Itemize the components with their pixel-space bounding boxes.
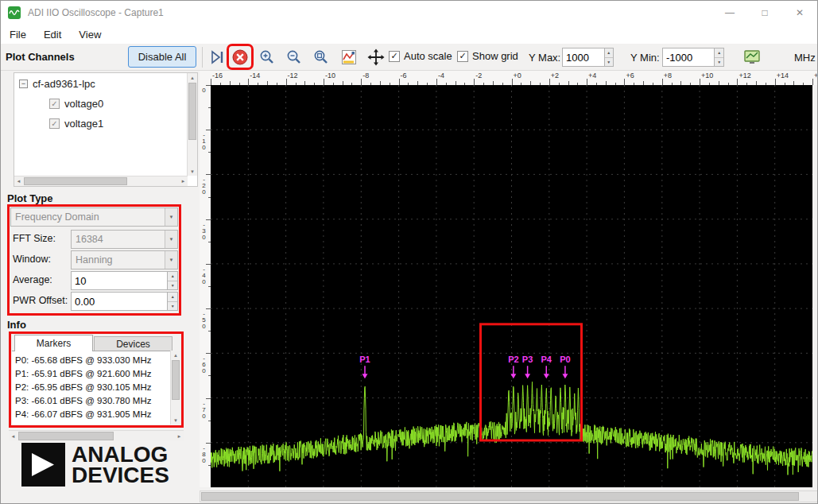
y-max-spin-buttons[interactable]: ▲ ▼	[605, 48, 614, 67]
markers-vertical-scrollbar[interactable]: ▲ ▼	[170, 351, 180, 425]
show-grid-checkbox[interactable]: ✓ Show grid	[457, 50, 518, 62]
minimize-button[interactable]: —	[712, 1, 747, 25]
window-controls: — □ ✕	[712, 1, 817, 25]
y-max-input[interactable]	[562, 48, 605, 67]
average-input[interactable]	[71, 271, 168, 290]
menu-edit[interactable]: Edit	[35, 25, 70, 44]
domain-combo[interactable]: Frequency Domain ▼	[10, 207, 178, 227]
y-min-label: Y Min:	[630, 52, 660, 64]
analog-devices-logo: ANALOG DEVICES	[21, 443, 169, 487]
marker-line: P2: -65.95 dBFS @ 930.105 MHz	[15, 381, 170, 394]
marker-line: P3: -66.01 dBFS @ 930.780 MHz	[15, 394, 170, 408]
spin-up-icon[interactable]: ▲	[605, 48, 613, 58]
tree-vscroll-thumb[interactable]	[188, 83, 196, 140]
scroll-down-icon[interactable]: ▼	[188, 167, 197, 176]
spectrum-svg[interactable]: P1P2P3P4P0	[211, 85, 812, 487]
frequency-unit-label: MHz	[794, 52, 816, 64]
spin-up-icon[interactable]: ▲	[168, 272, 177, 281]
auto-scale-check-icon: ✓	[389, 51, 400, 62]
channel-row-voltage0[interactable]: ✓ voltage0	[49, 98, 103, 110]
spin-up-icon[interactable]: ▲	[168, 293, 177, 302]
y-max-label: Y Max:	[529, 52, 560, 64]
annotation-plot-type-box: Frequency Domain ▼ FFT Size: 16384 ▼ Win…	[7, 204, 181, 316]
voltage1-label: voltage1	[64, 118, 103, 130]
channel-row-voltage1[interactable]: ✓ voltage1	[49, 118, 103, 130]
auto-scale-label: Auto scale	[404, 50, 452, 62]
average-label: Average:	[13, 274, 52, 285]
app-icon	[7, 6, 21, 20]
fft-size-combo[interactable]: 16384 ▼	[71, 230, 178, 249]
tree-vertical-scrollbar[interactable]: ▲ ▼	[187, 73, 197, 176]
tree-device-row[interactable]: − cf-ad9361-lpc	[19, 78, 95, 90]
close-button[interactable]: ✕	[782, 1, 817, 25]
y-min-spin-buttons[interactable]: ▲ ▼	[715, 48, 724, 67]
menu-file[interactable]: File	[1, 25, 35, 44]
svg-text:P3: P3	[522, 355, 533, 364]
tab-markers[interactable]: Markers	[14, 335, 93, 351]
disable-all-button[interactable]: Disable All	[128, 46, 196, 68]
capture-play-button[interactable]	[207, 46, 229, 68]
scroll-up-icon[interactable]: ▲	[171, 351, 180, 359]
menu-bar: File Edit View	[1, 25, 817, 44]
pwr-offset-input[interactable]	[71, 292, 168, 311]
scroll-right-icon[interactable]: ►	[179, 176, 188, 186]
y-axis-ruler: 0-10-20-30-40-50-60-70-80-90	[200, 85, 211, 487]
title-bar[interactable]: ADI IIO Oscilloscope - Capture1 — □ ✕	[1, 1, 817, 25]
svg-text:P4: P4	[541, 355, 552, 364]
scroll-down-icon[interactable]: ▼	[171, 416, 180, 425]
plot-settings-icon	[743, 48, 762, 66]
y-max-spinbox: ▲ ▼	[562, 48, 614, 67]
combo-arrow-icon: ▼	[165, 208, 177, 226]
scroll-left-icon[interactable]: ◄	[14, 176, 23, 186]
zoom-in-button[interactable]	[256, 46, 278, 68]
voltage0-checkbox[interactable]: ✓	[49, 99, 60, 109]
spin-down-icon[interactable]: ▼	[168, 281, 177, 290]
window-combo[interactable]: Hanning ▼	[71, 250, 178, 269]
plot-horizontal-scrollbar[interactable]	[200, 490, 818, 502]
auto-scale-checkbox[interactable]: ✓ Auto scale	[389, 50, 452, 62]
markers-hscroll-thumb[interactable]	[18, 432, 114, 440]
average-spinbox: ▲ ▼	[71, 271, 178, 290]
markers-horizontal-scrollbar[interactable]: ◄ ►	[9, 430, 184, 441]
combo-arrow-icon: ▼	[165, 231, 177, 248]
voltage1-checkbox[interactable]: ✓	[49, 118, 60, 129]
marker-line: P1: -65.91 dBFS @ 921.600 MHz	[15, 367, 170, 381]
spin-down-icon[interactable]: ▼	[605, 58, 613, 67]
toolbar-separator	[202, 47, 203, 68]
spin-down-icon[interactable]: ▼	[715, 58, 723, 67]
maximize-button[interactable]: □	[747, 1, 782, 25]
pwr-offset-spin-buttons[interactable]: ▲ ▼	[168, 292, 178, 311]
zoom-fit-button[interactable]	[310, 46, 332, 68]
zoom-fit-icon	[312, 48, 330, 66]
tab-devices[interactable]: Devices	[94, 336, 173, 351]
y-min-spinbox: ▲ ▼	[662, 48, 724, 67]
domain-combo-value: Frequency Domain	[11, 208, 165, 226]
plot-hscroll-thumb[interactable]	[201, 492, 799, 501]
plot-settings-button[interactable]	[742, 46, 764, 68]
fft-size-value: 16384	[72, 231, 165, 248]
voltage0-label: voltage0	[64, 98, 103, 110]
save-plot-button[interactable]	[338, 46, 360, 68]
stop-capture-button[interactable]	[229, 46, 251, 68]
show-grid-label: Show grid	[472, 50, 518, 62]
menu-view[interactable]: View	[70, 25, 110, 44]
y-min-input[interactable]	[662, 48, 715, 67]
info-heading: Info	[7, 319, 26, 331]
capture-play-icon	[209, 48, 227, 66]
spin-down-icon[interactable]: ▼	[168, 302, 177, 311]
markers-vscroll-thumb[interactable]	[172, 360, 180, 400]
tree-expander-icon[interactable]: −	[19, 79, 28, 88]
scroll-left-icon[interactable]: ◄	[9, 431, 17, 441]
move-marker-button[interactable]	[365, 46, 387, 68]
zoom-in-icon	[258, 48, 276, 66]
adi-logo-icon	[21, 443, 65, 487]
scroll-up-icon[interactable]: ▲	[188, 73, 197, 82]
zoom-out-button[interactable]	[283, 46, 305, 68]
spin-up-icon[interactable]: ▲	[715, 48, 723, 58]
tree-hscroll-thumb[interactable]	[24, 177, 127, 185]
device-name: cf-ad9361-lpc	[33, 78, 95, 90]
spectrum-plot[interactable]: P1P2P3P4P0	[211, 85, 812, 487]
scroll-right-icon[interactable]: ►	[175, 431, 184, 441]
average-spin-buttons[interactable]: ▲ ▼	[168, 271, 178, 290]
tree-horizontal-scrollbar[interactable]: ◄ ►	[14, 176, 188, 186]
